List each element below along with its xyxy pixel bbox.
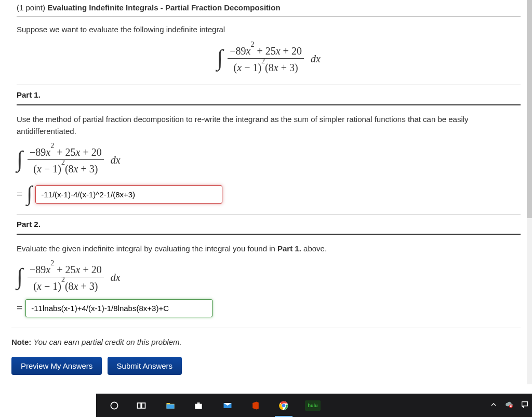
vertical-scrollbar-track[interactable]	[527, 0, 532, 384]
points-label: (1 point)	[17, 3, 47, 12]
note-text: You can earn partial credit on this prob…	[34, 338, 182, 346]
part1-answer-input[interactable]	[35, 185, 222, 204]
note-label: Note:	[11, 338, 34, 346]
taskbar-left-gap	[0, 394, 96, 417]
problem-header: (1 point) Evaluating Indefinite Integral…	[17, 0, 521, 17]
action-center-icon[interactable]	[521, 400, 529, 410]
submit-answers-button[interactable]: Submit Answers	[108, 357, 182, 375]
system-tray	[489, 394, 529, 417]
equals-sign: =	[17, 302, 22, 314]
problem-title: Evaluating Indefinite Integrals - Partia…	[47, 3, 280, 12]
svg-rect-7	[522, 402, 528, 406]
button-row: Preview My Answers Submit Answers	[11, 352, 521, 385]
part2-instructions: Evaluate the given indefinite integral b…	[17, 235, 521, 258]
chrome-icon[interactable]	[271, 394, 297, 417]
tray-chevron-up-icon[interactable]	[489, 400, 498, 410]
integral-fraction: −89x2 + 25x + 20 (x − 1)2(8x + 3)	[28, 263, 104, 292]
vertical-scrollbar-thumb[interactable]	[527, 0, 532, 218]
dx-label: dx	[111, 154, 121, 166]
cortana-icon[interactable]	[101, 394, 127, 417]
integral-sign-icon: ∫	[17, 263, 23, 290]
microsoft-store-icon[interactable]	[185, 394, 211, 417]
task-view-icon[interactable]	[128, 394, 154, 417]
hulu-icon[interactable]: hulu	[300, 394, 326, 417]
main-integral-display: ∫ −89x2 + 25x + 20 (x − 1)2(8x + 3) dx	[17, 39, 521, 84]
integral-sign-icon: ∫	[217, 45, 223, 71]
part1-header: Part 1.	[17, 85, 521, 105]
integral-sign-icon: ∫	[17, 146, 23, 172]
preview-answers-button[interactable]: Preview My Answers	[11, 357, 102, 375]
mail-icon[interactable]	[215, 394, 241, 417]
part1-instructions: Use the method of partial fraction decom…	[17, 105, 521, 140]
svg-rect-1	[138, 403, 141, 408]
office-icon[interactable]	[243, 394, 269, 417]
integral-fraction: −89x2 + 25x + 20 (x − 1)2(8x + 3)	[28, 145, 104, 174]
part1-reference: Part 1.	[277, 244, 301, 253]
part1-answer-row: = ∫	[17, 179, 521, 213]
onedrive-error-icon[interactable]	[505, 400, 513, 410]
part2-integral-display: ∫ −89x2 + 25x + 20 (x − 1)2(8x + 3) dx	[17, 258, 521, 296]
intro-text: Suppose we want to evaluate the followin…	[17, 17, 521, 39]
dx-label: dx	[311, 53, 321, 64]
part2-answer-row: =	[17, 296, 521, 324]
dx-label: dx	[111, 272, 121, 283]
integral-fraction: −89x2 + 25x + 20 (x − 1)2(8x + 3)	[228, 44, 304, 73]
equals-sign: =	[17, 189, 22, 200]
svg-rect-2	[142, 403, 145, 408]
part2-header: Part 2.	[17, 214, 521, 235]
svg-point-5	[282, 403, 286, 407]
integral-sign-icon: ∫	[26, 181, 32, 206]
windows-taskbar: hulu	[96, 394, 532, 417]
part2-answer-input[interactable]	[25, 299, 212, 317]
part1-integral-display: ∫ −89x2 + 25x + 20 (x − 1)2(8x + 3) dx	[17, 140, 521, 179]
svg-point-0	[111, 402, 117, 409]
file-explorer-icon[interactable]	[157, 394, 183, 417]
note-row: Note: You can earn partial credit on thi…	[11, 328, 521, 352]
